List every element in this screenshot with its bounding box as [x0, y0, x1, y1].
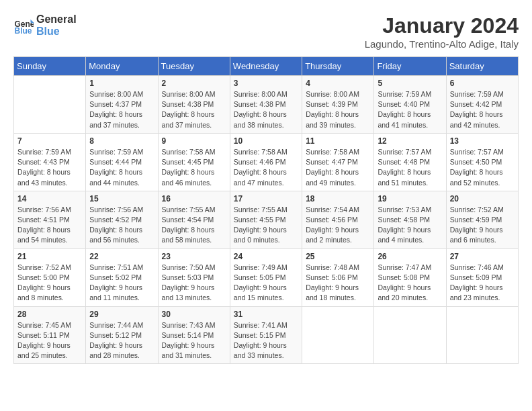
calendar-cell: 10Sunrise: 7:58 AM Sunset: 4:46 PM Dayli… [230, 133, 302, 191]
day-number: 22 [89, 252, 154, 261]
day-number: 16 [162, 194, 226, 203]
day-info: Sunrise: 7:57 AM Sunset: 4:50 PM Dayligh… [450, 147, 515, 188]
day-info: Sunrise: 7:53 AM Sunset: 4:58 PM Dayligh… [378, 205, 442, 246]
day-info: Sunrise: 8:00 AM Sunset: 4:38 PM Dayligh… [234, 89, 298, 130]
calendar-cell [374, 306, 446, 364]
day-info: Sunrise: 7:59 AM Sunset: 4:44 PM Dayligh… [89, 147, 154, 188]
day-number: 10 [234, 136, 298, 146]
calendar-cell: 23Sunrise: 7:50 AM Sunset: 5:03 PM Dayli… [158, 248, 230, 306]
day-info: Sunrise: 7:41 AM Sunset: 5:15 PM Dayligh… [234, 320, 298, 361]
week-row-4: 21Sunrise: 7:52 AM Sunset: 5:00 PM Dayli… [14, 248, 519, 306]
day-number: 31 [234, 310, 298, 319]
calendar-cell [302, 306, 374, 364]
week-row-1: 1Sunrise: 8:00 AM Sunset: 4:37 PM Daylig… [14, 76, 519, 134]
day-number: 17 [234, 194, 298, 203]
calendar-cell: 13Sunrise: 7:57 AM Sunset: 4:50 PM Dayli… [446, 133, 518, 191]
day-info: Sunrise: 7:58 AM Sunset: 4:47 PM Dayligh… [306, 147, 370, 188]
day-number: 12 [378, 136, 442, 146]
day-info: Sunrise: 8:00 AM Sunset: 4:38 PM Dayligh… [162, 89, 226, 130]
page-header: General Blue General Blue January 2024 L… [13, 13, 519, 50]
calendar-cell: 24Sunrise: 7:49 AM Sunset: 5:05 PM Dayli… [230, 248, 302, 306]
calendar-cell: 17Sunrise: 7:55 AM Sunset: 4:55 PM Dayli… [230, 191, 302, 248]
day-number: 3 [234, 79, 298, 88]
calendar-cell: 2Sunrise: 8:00 AM Sunset: 4:38 PM Daylig… [158, 76, 230, 134]
day-info: Sunrise: 7:58 AM Sunset: 4:45 PM Dayligh… [162, 147, 226, 188]
day-header-monday: Monday [86, 57, 158, 76]
week-row-5: 28Sunrise: 7:45 AM Sunset: 5:11 PM Dayli… [14, 306, 519, 364]
location-subtitle: Lagundo, Trentino-Alto Adige, Italy [365, 38, 519, 50]
day-number: 27 [450, 252, 515, 261]
logo-line2: Blue [36, 26, 77, 38]
day-header-wednesday: Wednesday [230, 57, 302, 76]
calendar-cell: 7Sunrise: 7:59 AM Sunset: 4:43 PM Daylig… [14, 133, 86, 191]
day-info: Sunrise: 7:52 AM Sunset: 5:00 PM Dayligh… [17, 263, 82, 304]
calendar-cell: 25Sunrise: 7:48 AM Sunset: 5:06 PM Dayli… [302, 248, 374, 306]
logo-line1: General [36, 13, 77, 26]
day-number: 21 [17, 252, 82, 261]
day-number: 15 [89, 194, 154, 203]
day-info: Sunrise: 7:54 AM Sunset: 4:56 PM Dayligh… [306, 205, 370, 246]
header-row: SundayMondayTuesdayWednesdayThursdayFrid… [14, 57, 519, 76]
day-header-saturday: Saturday [446, 57, 518, 76]
day-number: 29 [89, 310, 154, 319]
logo: General Blue General Blue [13, 13, 77, 37]
calendar-cell: 28Sunrise: 7:45 AM Sunset: 5:11 PM Dayli… [14, 306, 86, 364]
calendar-cell: 29Sunrise: 7:44 AM Sunset: 5:12 PM Dayli… [86, 306, 158, 364]
day-info: Sunrise: 7:45 AM Sunset: 5:11 PM Dayligh… [17, 320, 82, 361]
calendar-cell: 12Sunrise: 7:57 AM Sunset: 4:48 PM Dayli… [374, 133, 446, 191]
day-header-thursday: Thursday [302, 57, 374, 76]
month-title: January 2024 [365, 13, 519, 38]
day-info: Sunrise: 7:49 AM Sunset: 5:05 PM Dayligh… [234, 263, 298, 304]
calendar-table: SundayMondayTuesdayWednesdayThursdayFrid… [13, 56, 519, 364]
day-number: 6 [450, 79, 515, 88]
day-info: Sunrise: 7:46 AM Sunset: 5:09 PM Dayligh… [450, 263, 515, 304]
calendar-cell: 31Sunrise: 7:41 AM Sunset: 5:15 PM Dayli… [230, 306, 302, 364]
week-row-3: 14Sunrise: 7:56 AM Sunset: 4:51 PM Dayli… [14, 191, 519, 248]
day-info: Sunrise: 7:59 AM Sunset: 4:42 PM Dayligh… [450, 89, 515, 130]
calendar-cell: 3Sunrise: 8:00 AM Sunset: 4:38 PM Daylig… [230, 76, 302, 134]
calendar-cell: 21Sunrise: 7:52 AM Sunset: 5:00 PM Dayli… [14, 248, 86, 306]
day-number: 9 [162, 136, 226, 146]
calendar-cell: 19Sunrise: 7:53 AM Sunset: 4:58 PM Dayli… [374, 191, 446, 248]
day-info: Sunrise: 8:00 AM Sunset: 4:37 PM Dayligh… [89, 89, 154, 130]
week-row-2: 7Sunrise: 7:59 AM Sunset: 4:43 PM Daylig… [14, 133, 519, 191]
calendar-cell: 16Sunrise: 7:55 AM Sunset: 4:54 PM Dayli… [158, 191, 230, 248]
day-info: Sunrise: 7:59 AM Sunset: 4:40 PM Dayligh… [378, 89, 442, 130]
calendar-cell: 5Sunrise: 7:59 AM Sunset: 4:40 PM Daylig… [374, 76, 446, 134]
day-info: Sunrise: 7:47 AM Sunset: 5:08 PM Dayligh… [378, 263, 442, 304]
day-number: 19 [378, 194, 442, 203]
calendar-cell: 22Sunrise: 7:51 AM Sunset: 5:02 PM Dayli… [86, 248, 158, 306]
calendar-cell: 6Sunrise: 7:59 AM Sunset: 4:42 PM Daylig… [446, 76, 518, 134]
day-info: Sunrise: 7:58 AM Sunset: 4:46 PM Dayligh… [234, 147, 298, 188]
day-number: 25 [306, 252, 370, 261]
calendar-cell: 1Sunrise: 8:00 AM Sunset: 4:37 PM Daylig… [86, 76, 158, 134]
day-info: Sunrise: 7:50 AM Sunset: 5:03 PM Dayligh… [162, 263, 226, 304]
logo-icon: General Blue [13, 15, 34, 36]
day-info: Sunrise: 7:56 AM Sunset: 4:51 PM Dayligh… [17, 205, 82, 246]
calendar-cell [14, 76, 86, 134]
calendar-cell: 30Sunrise: 7:43 AM Sunset: 5:14 PM Dayli… [158, 306, 230, 364]
day-number: 26 [378, 252, 442, 261]
day-info: Sunrise: 7:44 AM Sunset: 5:12 PM Dayligh… [89, 320, 154, 361]
calendar-cell: 8Sunrise: 7:59 AM Sunset: 4:44 PM Daylig… [86, 133, 158, 191]
calendar-cell: 20Sunrise: 7:52 AM Sunset: 4:59 PM Dayli… [446, 191, 518, 248]
day-info: Sunrise: 7:56 AM Sunset: 4:52 PM Dayligh… [89, 205, 154, 246]
calendar-cell: 27Sunrise: 7:46 AM Sunset: 5:09 PM Dayli… [446, 248, 518, 306]
day-header-sunday: Sunday [14, 57, 86, 76]
day-number: 5 [378, 79, 442, 88]
day-number: 14 [17, 194, 82, 203]
calendar-cell: 15Sunrise: 7:56 AM Sunset: 4:52 PM Dayli… [86, 191, 158, 248]
day-number: 20 [450, 194, 515, 203]
day-header-friday: Friday [374, 57, 446, 76]
calendar-cell: 9Sunrise: 7:58 AM Sunset: 4:45 PM Daylig… [158, 133, 230, 191]
day-info: Sunrise: 7:43 AM Sunset: 5:14 PM Dayligh… [162, 320, 226, 361]
day-info: Sunrise: 7:57 AM Sunset: 4:48 PM Dayligh… [378, 147, 442, 188]
day-info: Sunrise: 7:55 AM Sunset: 4:55 PM Dayligh… [234, 205, 298, 246]
calendar-cell: 11Sunrise: 7:58 AM Sunset: 4:47 PM Dayli… [302, 133, 374, 191]
calendar-cell: 26Sunrise: 7:47 AM Sunset: 5:08 PM Dayli… [374, 248, 446, 306]
day-number: 4 [306, 79, 370, 88]
day-number: 7 [17, 136, 82, 146]
calendar-cell [446, 306, 518, 364]
calendar-cell: 14Sunrise: 7:56 AM Sunset: 4:51 PM Dayli… [14, 191, 86, 248]
day-number: 28 [17, 310, 82, 319]
